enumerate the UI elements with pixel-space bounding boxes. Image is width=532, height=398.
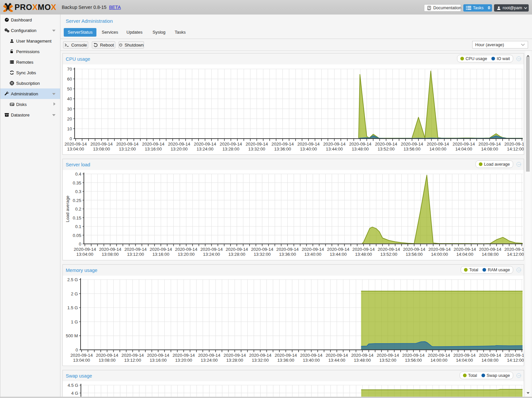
svg-text:2020-09-14: 2020-09-14 [220,142,242,147]
svg-text:2020-09-14: 2020-09-14 [378,247,400,252]
svg-text:13:36:00: 13:36:00 [279,252,296,257]
svg-text:2020-09-14: 2020-09-14 [70,353,92,358]
svg-text:2020-09-14: 2020-09-14 [428,247,450,252]
svg-text:13:48:00: 13:48:00 [352,147,369,151]
svg-text:2020-09-14: 2020-09-14 [352,247,374,252]
svg-text:2020-09-14: 2020-09-14 [194,142,216,147]
svg-text:13:08:00: 13:08:00 [93,147,110,151]
svg-text:13:04:00: 13:04:00 [73,358,90,363]
svg-text:2020-09-14: 2020-09-14 [64,142,87,147]
svg-text:0.2: 0.2 [75,207,81,212]
svg-text:2020-09-14: 2020-09-14 [198,353,220,358]
svg-text:0.3: 0.3 [75,189,81,194]
svg-text:0: 0 [70,136,72,141]
svg-text:2020-09-14: 2020-09-14 [246,142,268,147]
svg-text:2020-09-14: 2020-09-14 [453,142,475,147]
svg-text:14:00:00: 14:00:00 [430,358,447,363]
svg-text:2020-09-14: 2020-09-14 [99,247,121,252]
svg-text:0.25: 0.25 [73,198,81,203]
svg-text:2020-09-14: 2020-09-14 [200,247,223,252]
svg-text:0.1: 0.1 [75,224,81,229]
svg-text:2020-09-14: 2020-09-14 [427,142,449,147]
svg-text:2020-09-14: 2020-09-14 [403,247,425,252]
svg-text:14:00:00: 14:00:00 [429,147,446,151]
svg-text:14:12:00: 14:12:00 [507,252,524,257]
svg-text:13:40:00: 13:40:00 [304,252,321,257]
svg-text:14:12:00: 14:12:00 [507,358,524,363]
svg-text:13:36:00: 13:36:00 [274,147,291,151]
svg-text:13:24:00: 13:24:00 [203,252,220,257]
svg-text:13:32:00: 13:32:00 [254,252,270,257]
svg-text:13:40:00: 13:40:00 [300,147,317,151]
svg-text:2020-09-14: 2020-09-14 [402,353,424,358]
svg-text:14:00:00: 14:00:00 [431,252,448,257]
svg-text:14:08:00: 14:08:00 [481,147,498,151]
svg-text:13:16:00: 13:16:00 [152,252,169,257]
svg-text:2020-09-14: 2020-09-14 [428,353,450,358]
svg-text:1 G: 1 G [71,319,78,324]
svg-text:14:04:00: 14:04:00 [455,147,472,151]
svg-text:0.05: 0.05 [73,233,81,238]
svg-text:13:12:00: 13:12:00 [127,252,144,257]
svg-text:14:04:00: 14:04:00 [456,252,473,257]
svg-text:2020-09-14: 2020-09-14 [90,142,113,147]
svg-text:2020-09-14: 2020-09-14 [271,142,294,147]
svg-text:13:44:00: 13:44:00 [326,147,343,151]
svg-text:50: 50 [67,86,72,91]
svg-text:Load average: Load average [65,196,70,222]
svg-text:13:28:00: 13:28:00 [226,358,243,363]
svg-text:2020-09-14: 2020-09-14 [251,247,273,252]
svg-text:2020-09-14: 2020-09-14 [302,247,324,252]
svg-text:13:12:00: 13:12:00 [119,147,136,151]
svg-text:2020-09-14: 2020-09-14 [96,353,118,358]
svg-text:2020-09-14: 2020-09-14 [249,353,271,358]
svg-text:2020-09-14: 2020-09-14 [74,247,96,252]
svg-text:0.35: 0.35 [73,181,81,185]
svg-text:13:04:00: 13:04:00 [67,147,84,151]
svg-text:2020-09-14: 2020-09-14 [349,142,371,147]
svg-text:13:56:00: 13:56:00 [406,252,423,257]
svg-text:2020-09-14: 2020-09-14 [326,353,348,358]
svg-text:2020-09-14: 2020-09-14 [327,247,349,252]
svg-text:20: 20 [67,116,72,121]
svg-text:2020-09-14: 2020-09-14 [454,247,476,252]
svg-text:13:44:00: 13:44:00 [330,252,346,257]
svg-text:2020-09-14: 2020-09-14 [147,353,169,358]
svg-text:0.15: 0.15 [73,216,81,220]
svg-text:13:52:00: 13:52:00 [378,147,395,151]
svg-text:70: 70 [67,67,72,72]
svg-text:500 M: 500 M [66,333,78,338]
svg-text:2020-09-14: 2020-09-14 [150,247,172,252]
svg-text:40: 40 [67,96,72,101]
svg-text:13:44:00: 13:44:00 [328,358,345,363]
svg-text:13:32:00: 13:32:00 [252,358,268,363]
svg-text:13:52:00: 13:52:00 [380,252,397,257]
svg-text:2020-09-14: 2020-09-14 [168,142,190,147]
svg-text:13:32:00: 13:32:00 [248,147,265,151]
svg-text:2 G: 2 G [71,291,78,296]
svg-text:2020-09-14: 2020-09-14 [351,353,373,358]
svg-text:13:16:00: 13:16:00 [150,358,166,363]
svg-text:13:56:00: 13:56:00 [405,358,422,363]
svg-text:2020-09-14: 2020-09-14 [401,142,423,147]
svg-text:0: 0 [79,242,81,247]
svg-text:2020-09-14: 2020-09-14 [504,142,524,147]
svg-text:13:20:00: 13:20:00 [171,147,188,151]
svg-text:30: 30 [67,107,72,112]
svg-text:13:24:00: 13:24:00 [201,358,218,363]
svg-text:13:16:00: 13:16:00 [145,147,161,151]
svg-text:2020-09-14: 2020-09-14 [377,353,399,358]
svg-text:2020-09-14: 2020-09-14 [479,247,501,252]
svg-text:2020-09-14: 2020-09-14 [175,247,197,252]
svg-text:1.5 G: 1.5 G [67,305,78,310]
svg-text:2020-09-14: 2020-09-14 [142,142,164,147]
svg-text:4 G: 4 G [71,391,78,396]
svg-text:13:20:00: 13:20:00 [178,252,195,257]
svg-text:0: 0 [76,348,78,352]
svg-text:13:48:00: 13:48:00 [354,358,371,363]
svg-text:13:28:00: 13:28:00 [222,147,239,151]
svg-text:13:20:00: 13:20:00 [175,358,192,363]
svg-text:2020-09-14: 2020-09-14 [300,353,322,358]
svg-text:2020-09-14: 2020-09-14 [276,247,299,252]
svg-text:2020-09-14: 2020-09-14 [479,353,501,358]
